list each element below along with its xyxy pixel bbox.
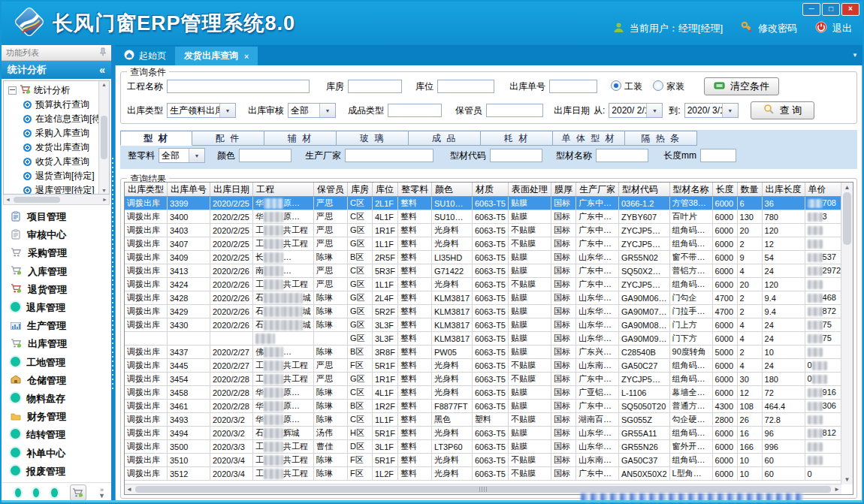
column-header[interactable]: 库位 — [373, 183, 398, 197]
table-row[interactable]: 调拨出库34032020/2/25工共工程严思G区1R1F整料光身料6063-T… — [125, 224, 841, 237]
table-row[interactable]: 调拨出库34932020/3/2华原…陈琳C区1L1F整料黑色塑料不贴膜国标湖南… — [125, 413, 841, 427]
sidebar-menu-item[interactable]: 仓储管理 — [11, 374, 111, 388]
logout-link[interactable]: 退出 — [832, 22, 852, 35]
column-header[interactable]: 保管员 — [314, 183, 348, 197]
table-row[interactable]: 调拨出库34242020/2/26工共工程严思G区1L1F整料光身料6063-T… — [125, 278, 841, 291]
table-row[interactable]: 调拨出库34582020/2/28华原…陈琳C区4L1F整料光身料6063-T5… — [125, 386, 841, 400]
material-tab[interactable]: 耗 材 — [481, 131, 553, 146]
color-input[interactable] — [239, 149, 292, 162]
column-header[interactable]: 库房 — [348, 183, 373, 197]
manufacturer-input[interactable] — [345, 149, 434, 162]
column-header[interactable]: 出库类型 — [125, 183, 168, 197]
sidebar-menu-item[interactable]: 财务管理 — [11, 410, 111, 424]
scroll-right-icon[interactable]: ► — [834, 486, 840, 493]
table-row[interactable]: 调拨出库34282020/2/26石城陈琳G区2L4F整料KLM38176063… — [125, 291, 841, 305]
sidebar-menu-item[interactable]: 退货管理 — [11, 283, 111, 297]
material-tab[interactable]: 单 体 型 材 — [553, 131, 625, 146]
column-header[interactable]: 膜厚 — [551, 183, 575, 197]
table-row[interactable]: 调拨出库34372020/2/27佛…陈琳B区3R8F整料PW056063-T5… — [125, 346, 841, 359]
scroll-up-icon[interactable]: ▲ — [101, 82, 107, 87]
tree-vertical-scrollbar[interactable]: ▲ ▼ — [98, 81, 109, 194]
column-header[interactable]: 表面处理 — [508, 183, 551, 197]
tree-horizontal-scrollbar[interactable]: ◄ ► — [3, 195, 110, 205]
column-header[interactable]: 出库长度 — [762, 183, 805, 197]
search-button[interactable]: 查 询 — [751, 101, 815, 119]
sidebar-menu-item[interactable]: 项目管理 — [11, 210, 111, 224]
column-header[interactable]: 整零料 — [397, 183, 431, 197]
warehouse-input[interactable] — [348, 80, 402, 93]
sidebar-menu-item[interactable]: 出库管理 — [11, 337, 111, 351]
cart-toolbar-button[interactable] — [70, 484, 86, 501]
column-header[interactable]: 出库日期 — [210, 183, 253, 197]
table-row[interactable]: 调拨出库34542020/2/28工共工程严思G区1R1F整料光身料6063-T… — [125, 373, 841, 386]
profile-name-input[interactable] — [596, 149, 648, 162]
radio-home[interactable]: 家装 — [653, 80, 684, 93]
tree-item[interactable]: 发货出库查询 — [8, 140, 109, 155]
sidebar-menu-item[interactable]: 生产管理 — [11, 319, 111, 333]
scroll-left-icon[interactable]: ◄ — [126, 486, 132, 493]
material-tab[interactable]: 型 材 — [120, 131, 192, 146]
grid-horizontal-scrollbar[interactable]: ◄ ► — [125, 484, 841, 494]
table-row[interactable]: 调拨出库33992020/2/25华原…严思C区2L1F整料SU10…6063-… — [125, 197, 841, 210]
tree-item[interactable]: 采购入库查询 — [8, 126, 109, 140]
sidebar-menu-item[interactable]: 工地管理 — [11, 356, 111, 370]
sidebar-menu-item[interactable]: 退库管理 — [11, 301, 111, 315]
table-row[interactable]: 调拨出库34942020/3/2石辉城汤伟H区5R1F整料光身料6063-T5贴… — [125, 427, 841, 440]
pin-icon[interactable] — [99, 47, 107, 58]
tab-list-caret-icon[interactable]: ▼ — [852, 52, 858, 59]
sidebar-menu-item[interactable]: 结转管理 — [11, 428, 111, 442]
dot-icon[interactable] — [33, 488, 39, 497]
out-type-combobox[interactable]: 生产领料出库▼ — [167, 103, 236, 118]
radio-industrial[interactable]: 工装 — [611, 80, 642, 93]
scroll-down-icon[interactable]: ▼ — [101, 188, 107, 193]
date-from-picker[interactable]: 2020/ 2/16▼ — [609, 103, 663, 118]
column-header[interactable]: 工程 — [253, 183, 314, 197]
change-password-link[interactable]: 修改密码 — [758, 22, 797, 35]
column-header[interactable]: 长度 — [712, 183, 737, 197]
sidebar-menu-item[interactable]: 审核中心 — [11, 228, 111, 242]
table-row[interactable]: 调拨出库34002020/2/25华原…严思C区4L1F整料SU10…6063-… — [125, 210, 841, 224]
sidebar-menu-item[interactable]: 物料盘存 — [11, 392, 111, 406]
maximize-button[interactable]: □ — [822, 3, 840, 16]
sidebar-section-header[interactable]: 统计分析 « — [2, 61, 111, 79]
table-row[interactable]: 调拨出库34292020/2/26石城陈琳G区5R2F整料KLM38176063… — [125, 305, 841, 318]
profile-code-input[interactable] — [490, 149, 542, 162]
column-header[interactable]: 单价 — [805, 183, 841, 197]
project-name-input[interactable] — [167, 80, 310, 93]
audit-combobox[interactable]: 全部▼ — [288, 103, 336, 118]
scroll-thumb[interactable] — [843, 192, 851, 245]
grid-vertical-scrollbar[interactable]: ▲ ▼ — [841, 183, 853, 484]
material-tab[interactable]: 配 件 — [192, 131, 264, 146]
scroll-down-icon[interactable]: ▼ — [844, 476, 850, 483]
clear-conditions-button[interactable]: 清空条件 — [704, 77, 779, 95]
tree-item[interactable]: 退库管理[待定] — [8, 183, 109, 195]
table-row[interactable]: 调拨出库34132020/2/26南…严思C区5R3F整料G714226063-… — [125, 264, 841, 278]
column-header[interactable]: 颜色 — [431, 183, 472, 197]
sidebar-menu-item[interactable]: 补单中心 — [11, 447, 111, 460]
sidebar-menu-item[interactable]: 入库管理 — [11, 265, 111, 279]
material-tab[interactable]: 辅 材 — [264, 131, 337, 146]
scroll-right-icon[interactable]: ► — [102, 197, 107, 202]
table-row[interactable]: 调拨出库34452020/2/27工共工程严思F区5R1F整料光身料6063-T… — [125, 359, 841, 373]
table-row[interactable]: G区3L3F整料KLM38176063-T5贴膜国标山东华…GA90M09…门下… — [125, 332, 841, 346]
collapse-icon[interactable]: « — [99, 64, 105, 76]
scroll-up-icon[interactable]: ▲ — [844, 184, 850, 191]
minimize-button[interactable]: ─ — [802, 3, 820, 16]
column-header[interactable]: 型材名称 — [669, 183, 712, 197]
close-button[interactable]: × — [841, 3, 859, 16]
table-row[interactable]: 调拨出库34612020/2/28华原…陈琳B区1R2F整料F8877FT606… — [125, 400, 841, 413]
tree-expander-icon[interactable] — [8, 86, 17, 95]
sidebar-menu-item[interactable]: 采购管理 — [11, 246, 111, 260]
product-type-input[interactable] — [388, 104, 442, 117]
column-header[interactable]: 出库单号 — [168, 183, 210, 197]
scroll-thumb[interactable] — [14, 197, 60, 203]
tree-item[interactable]: 预算执行查询 — [8, 98, 109, 112]
table-row[interactable]: 调拨出库35002020/3/3工共工程曹佳D区3L1F整料LT3P606063… — [125, 440, 841, 454]
material-tab[interactable]: 成 品 — [409, 131, 481, 146]
location-input[interactable] — [437, 80, 494, 93]
length-input[interactable] — [700, 149, 736, 162]
order-no-input[interactable] — [549, 80, 597, 93]
tree-item[interactable]: 收货入库查询 — [8, 155, 109, 169]
table-row[interactable]: 调拨出库34302020/2/26石城陈琳G区3L3F整料KLM38176063… — [125, 318, 841, 332]
column-header[interactable]: 材质 — [473, 183, 509, 197]
